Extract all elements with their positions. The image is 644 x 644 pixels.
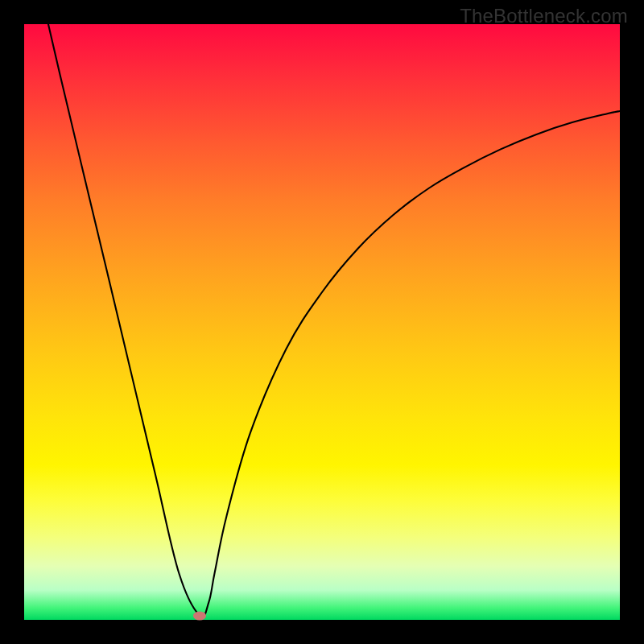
watermark-text: TheBottleneck.com [460, 5, 628, 27]
bottleneck-curve [24, 24, 620, 620]
bottleneck-minimum-marker [193, 611, 206, 620]
plot-area [24, 24, 620, 620]
